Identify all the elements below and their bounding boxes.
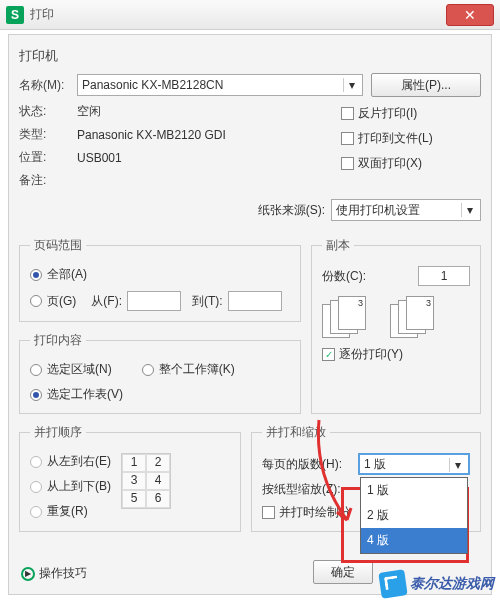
wps-icon: S	[6, 6, 24, 24]
radio-icon	[142, 364, 154, 376]
order-lr-radio: 从左到右(E)	[30, 453, 111, 470]
radio-icon	[30, 456, 42, 468]
radio-icon	[30, 389, 42, 401]
printer-select[interactable]: Panasonic KX-MB2128CN ▾	[77, 74, 363, 96]
watermark-text: 泰尔达游戏网	[410, 575, 494, 593]
chevron-down-icon: ▾	[461, 203, 477, 217]
radio-icon	[30, 481, 42, 493]
scale-legend: 并打和缩放	[262, 424, 330, 441]
reverse-checkbox[interactable]: 反片打印(I)	[341, 105, 481, 122]
copies-legend: 副本	[322, 237, 354, 254]
from-input[interactable]	[127, 291, 181, 311]
status-value: 空闲	[77, 103, 101, 120]
where-label: 位置:	[19, 149, 77, 166]
order-tb-radio: 从上到下(B)	[30, 478, 111, 495]
radio-icon	[30, 269, 42, 281]
titlebar: S 打印 ✕	[0, 0, 500, 30]
source-select-value: 使用打印机设置	[336, 202, 420, 219]
content-group: 打印内容 选定区域(N) 整个工作簿(K) 选定工作表(V)	[19, 332, 301, 414]
source-label: 纸张来源(S):	[258, 202, 325, 219]
play-icon: ▶	[21, 567, 35, 581]
order-repeat-radio: 重复(R)	[30, 503, 111, 520]
order-legend: 并打顺序	[30, 424, 86, 441]
perpage-dropdown-list: 1 版 2 版 4 版	[360, 477, 468, 554]
checkbox-icon	[341, 107, 354, 120]
perpage-option-4[interactable]: 4 版	[361, 528, 467, 553]
collate-checkbox[interactable]: ✓逐份打印(Y)	[322, 346, 470, 363]
duplex-checkbox[interactable]: 双面打印(X)	[341, 155, 481, 172]
content-workbook-radio[interactable]: 整个工作簿(K)	[142, 361, 235, 378]
dialog-body: 打印机 名称(M): Panasonic KX-MB2128CN ▾ 属性(P)…	[8, 34, 492, 595]
content-selection-radio[interactable]: 选定区域(N)	[30, 361, 112, 378]
chevron-down-icon: ▾	[449, 458, 465, 472]
checkbox-icon: ✓	[322, 348, 335, 361]
checkbox-icon	[262, 506, 275, 519]
order-preview-icon: 123456	[121, 453, 171, 509]
copies-group: 副本 份数(C): 123 123 ✓逐份打印(Y)	[311, 237, 481, 414]
bysize-label: 按纸型缩放(Z):	[262, 481, 358, 498]
watermark-logo-icon	[378, 569, 407, 598]
perpage-option-2[interactable]: 2 版	[361, 503, 467, 528]
close-button[interactable]: ✕	[446, 4, 494, 26]
tofile-checkbox[interactable]: 打印到文件(L)	[341, 130, 481, 147]
range-group: 页码范围 全部(A) 页(G) 从(F): 到(T):	[19, 237, 301, 322]
radio-icon	[30, 364, 42, 376]
perpage-option-1[interactable]: 1 版	[361, 478, 467, 503]
radio-icon	[30, 506, 42, 518]
printer-section-title: 打印机	[19, 47, 481, 65]
content-sheets-radio[interactable]: 选定工作表(V)	[30, 386, 290, 403]
radio-icon	[30, 295, 42, 307]
comment-label: 备注:	[19, 172, 77, 189]
collate-preview: 123 123	[322, 296, 470, 336]
ok-button[interactable]: 确定	[313, 560, 373, 584]
checkbox-icon	[341, 157, 354, 170]
properties-button[interactable]: 属性(P)...	[371, 73, 481, 97]
perpage-label: 每页的版数(H):	[262, 456, 358, 473]
window-title: 打印	[30, 6, 446, 23]
watermark: 泰尔达游戏网	[380, 571, 494, 597]
printer-select-value: Panasonic KX-MB2128CN	[82, 78, 223, 92]
copies-input[interactable]	[418, 266, 470, 286]
type-label: 类型:	[19, 126, 77, 143]
to-input[interactable]	[228, 291, 282, 311]
range-page-radio[interactable]: 页(G) 从(F): 到(T):	[30, 291, 290, 311]
range-legend: 页码范围	[30, 237, 86, 254]
perpage-select[interactable]: 1 版 ▾ 1 版 2 版 4 版	[358, 453, 470, 475]
chevron-down-icon: ▾	[343, 78, 359, 92]
order-group: 并打顺序 从左到右(E) 从上到下(B) 重复(R) 123456	[19, 424, 241, 532]
checkbox-icon	[341, 132, 354, 145]
content-legend: 打印内容	[30, 332, 86, 349]
perpage-value: 1 版	[364, 456, 386, 473]
type-value: Panasonic KX-MB2120 GDI	[77, 128, 226, 142]
copies-label: 份数(C):	[322, 268, 366, 285]
name-label: 名称(M):	[19, 77, 77, 94]
tips-link[interactable]: ▶ 操作技巧	[21, 565, 87, 582]
source-select[interactable]: 使用打印机设置 ▾	[331, 199, 481, 221]
range-all-radio[interactable]: 全部(A)	[30, 266, 290, 283]
where-value: USB001	[77, 151, 122, 165]
status-label: 状态:	[19, 103, 77, 120]
scale-group: 并打和缩放 每页的版数(H): 1 版 ▾ 1 版 2 版 4 版 按纸型缩放(…	[251, 424, 481, 532]
